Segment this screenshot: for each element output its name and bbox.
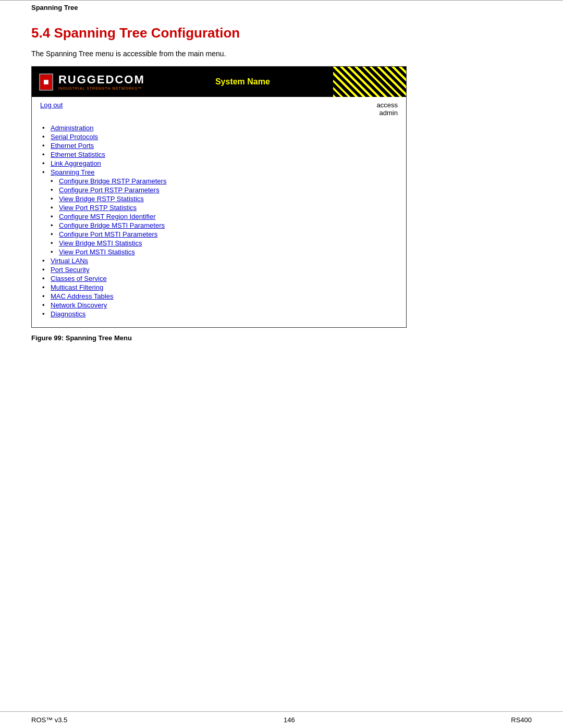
menu-link-network-discovery[interactable]: Network Discovery bbox=[51, 301, 107, 309]
list-item: Network Discovery bbox=[42, 301, 396, 309]
section-number: 5.4 bbox=[31, 25, 50, 41]
list-item: Configure Bridge MSTI Parameters bbox=[51, 221, 396, 229]
menu-link-configure-port-msti[interactable]: Configure Port MSTI Parameters bbox=[59, 230, 157, 238]
menu-link-configure-mst-region[interactable]: Configure MST Region Identifier bbox=[59, 213, 155, 220]
access-info: access admin bbox=[377, 101, 398, 117]
logo-sub-text: INDUSTRIAL STRENGTH NETWORKS™ bbox=[58, 87, 145, 90]
list-item: Configure Port RSTP Parameters bbox=[51, 186, 396, 194]
menu-link-view-port-rstp[interactable]: View Port RSTP Statistics bbox=[59, 204, 137, 212]
system-name-label: System Name bbox=[215, 77, 270, 86]
menu-link-serial-protocols[interactable]: Serial Protocols bbox=[51, 133, 98, 141]
system-name-area: System Name bbox=[152, 77, 333, 87]
list-item: View Bridge MSTI Statistics bbox=[51, 239, 396, 247]
list-item: View Port RSTP Statistics bbox=[51, 204, 396, 212]
main-menu-list: Administration Serial Protocols Ethernet… bbox=[42, 124, 396, 318]
list-item: Virtual LANs bbox=[42, 257, 396, 265]
footer-left: ROS™ v3.5 bbox=[31, 716, 67, 724]
menu-link-diagnostics[interactable]: Diagnostics bbox=[51, 310, 85, 318]
figure-caption: Figure 99: Spanning Tree Menu bbox=[31, 334, 532, 342]
menu-link-ethernet-ports[interactable]: Ethernet Ports bbox=[51, 142, 94, 150]
list-item: Spanning Tree Configure Bridge RSTP Para… bbox=[42, 168, 396, 256]
menu-link-mac-address-tables[interactable]: MAC Address Tables bbox=[51, 292, 113, 300]
spanning-tree-sub-list: Configure Bridge RSTP Parameters Configu… bbox=[51, 177, 396, 256]
logo-icon: ■ bbox=[43, 77, 49, 88]
list-item: MAC Address Tables bbox=[42, 292, 396, 300]
menu-link-multicast-filtering[interactable]: Multicast Filtering bbox=[51, 283, 103, 291]
logo-area: ■ RUGGEDCOM INDUSTRIAL STRENGTH NETWORKS… bbox=[32, 70, 152, 94]
list-item: Port Security bbox=[42, 266, 396, 274]
footer-right: RS400 bbox=[511, 716, 532, 724]
hatch-decoration bbox=[333, 67, 406, 97]
list-item: View Bridge RSTP Statistics bbox=[51, 195, 396, 203]
footer: ROS™ v3.5 146 RS400 bbox=[0, 711, 563, 728]
menu-link-configure-bridge-msti[interactable]: Configure Bridge MSTI Parameters bbox=[59, 221, 165, 229]
admin-label: admin bbox=[380, 109, 398, 117]
section-header-label: Spanning Tree bbox=[31, 4, 78, 11]
menu-link-administration[interactable]: Administration bbox=[51, 124, 93, 132]
logo-text-area: RUGGEDCOM INDUSTRIAL STRENGTH NETWORKS™ bbox=[58, 74, 145, 90]
list-item: Link Aggregation bbox=[42, 159, 396, 167]
menu-link-virtual-lans[interactable]: Virtual LANs bbox=[51, 257, 88, 265]
main-content: 5.4 Spanning Tree Configuration The Span… bbox=[0, 15, 563, 375]
list-item: Administration bbox=[42, 124, 396, 132]
menu-link-link-aggregation[interactable]: Link Aggregation bbox=[51, 159, 101, 167]
list-item: Configure Port MSTI Parameters bbox=[51, 230, 396, 238]
list-item: View Port MSTI Statistics bbox=[51, 248, 396, 256]
top-rule-label: Spanning Tree bbox=[0, 0, 563, 15]
access-label: access bbox=[377, 101, 398, 109]
menu-link-port-security[interactable]: Port Security bbox=[51, 266, 89, 274]
list-item: Ethernet Ports bbox=[42, 142, 396, 150]
menu-link-configure-bridge-rstp[interactable]: Configure Bridge RSTP Parameters bbox=[59, 177, 166, 185]
list-item: Ethernet Statistics bbox=[42, 151, 396, 158]
menu-link-configure-port-rstp[interactable]: Configure Port RSTP Parameters bbox=[59, 186, 160, 194]
menu-screenshot-box: ■ RUGGEDCOM INDUSTRIAL STRENGTH NETWORKS… bbox=[31, 66, 407, 328]
section-title: Spanning Tree Configuration bbox=[54, 25, 240, 41]
list-item: Configure MST Region Identifier bbox=[51, 213, 396, 220]
figure-caption-text: Figure 99: Spanning Tree Menu bbox=[31, 334, 132, 342]
access-row: Log out access admin bbox=[32, 97, 406, 119]
logo-main-text: RUGGEDCOM bbox=[58, 74, 145, 85]
logout-link[interactable]: Log out bbox=[40, 101, 63, 109]
footer-center: 146 bbox=[284, 716, 295, 724]
menu-list-area: Administration Serial Protocols Ethernet… bbox=[32, 119, 406, 327]
menu-link-classes-of-service[interactable]: Classes of Service bbox=[51, 275, 107, 282]
list-item: Serial Protocols bbox=[42, 133, 396, 141]
list-item: Configure Bridge RSTP Parameters bbox=[51, 177, 396, 185]
menu-link-view-bridge-msti[interactable]: View Bridge MSTI Statistics bbox=[59, 239, 142, 247]
list-item: Diagnostics bbox=[42, 310, 396, 318]
section-heading: 5.4 Spanning Tree Configuration bbox=[31, 25, 532, 41]
intro-text: The Spanning Tree menu is accessible fro… bbox=[31, 50, 532, 58]
list-item: Classes of Service bbox=[42, 275, 396, 282]
logo-box: ■ bbox=[39, 73, 53, 91]
menu-link-spanning-tree[interactable]: Spanning Tree bbox=[51, 168, 95, 176]
menu-link-ethernet-statistics[interactable]: Ethernet Statistics bbox=[51, 151, 105, 158]
menu-header-bar: ■ RUGGEDCOM INDUSTRIAL STRENGTH NETWORKS… bbox=[32, 67, 406, 97]
menu-link-view-bridge-rstp[interactable]: View Bridge RSTP Statistics bbox=[59, 195, 144, 203]
list-item: Multicast Filtering bbox=[42, 283, 396, 291]
menu-link-view-port-msti[interactable]: View Port MSTI Statistics bbox=[59, 248, 135, 256]
